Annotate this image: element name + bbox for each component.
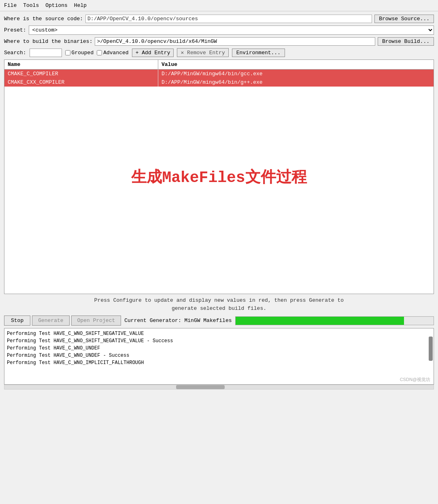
csdn-watermark: CSDN@视觉坊 [400,377,430,383]
advanced-label: Advanced [103,50,128,56]
menubar: File Tools Options Help [0,0,438,11]
progress-bar-fill [236,317,404,325]
grouped-checkbox[interactable] [65,50,70,55]
row-name-1: CMAKE_CXX_COMPILER [4,78,158,87]
horizontal-scrollbar[interactable] [4,385,434,390]
horizontal-scroll-thumb[interactable] [176,385,225,389]
hint-text: Press Configure to update and display ne… [4,296,434,312]
grouped-checkbox-label[interactable]: Grouped [65,50,94,56]
row-value-1: D:/APP/MinGW/mingw64/bin/g++.exe [158,78,434,87]
menu-options[interactable]: Options [45,2,68,8]
advanced-checkbox-label[interactable]: Advanced [97,50,128,56]
build-row: Where to build the binaries: Browse Buil… [4,37,434,46]
log-line: Performing Test HAVE_C_WNO_SHIFT_NEGATIV… [7,330,431,337]
log-line: Performing Test HAVE_C_WNO_IMPLICIT_FALL… [7,359,431,366]
scrollbar[interactable] [429,337,433,361]
preset-label: Preset: [4,27,26,33]
cmake-table: Name Value CMAKE_C_COMPILER D:/APP/MinGW… [4,59,434,294]
current-generator-label: Current Generator: MinGW Makefiles [124,318,232,324]
log-line: Performing Test HAVE_C_WNO_UNDEF - Succe… [7,352,431,359]
search-input[interactable] [30,49,62,57]
generate-button[interactable]: Generate [32,316,69,326]
grouped-label: Grouped [72,50,94,56]
menu-tools[interactable]: Tools [23,2,39,8]
source-input[interactable] [85,15,372,23]
preset-select[interactable]: <custom> [29,25,434,35]
remove-entry-button[interactable]: ✕ Remove Entry [177,48,228,57]
bottom-buttons: Stop Generate Open Project Current Gener… [4,316,434,326]
table-header: Name Value [4,60,434,70]
watermark-text: 生成MakeFiles文件过程 [131,167,306,187]
stop-button[interactable]: Stop [4,316,30,326]
toolbar-row: Search: Grouped Advanced + Add Entry ✕ R… [4,48,434,57]
log-panel[interactable]: Performing Test HAVE_C_WNO_SHIFT_NEGATIV… [4,328,434,385]
progress-bar-container [235,316,434,325]
preset-row: Preset: <custom> [4,25,434,35]
source-label: Where is the source code: [4,16,83,22]
main-panel: Where is the source code: Browse Source.… [0,11,438,393]
col-value-header: Value [158,60,434,69]
browse-build-button[interactable]: Browse Build... [378,37,434,46]
build-label: Where to build the binaries: [4,38,92,44]
build-path-input[interactable] [95,37,375,46]
table-row[interactable]: CMAKE_CXX_COMPILER D:/APP/MinGW/mingw64/… [4,78,434,87]
search-label: Search: [4,50,26,56]
advanced-checkbox[interactable] [97,50,102,55]
row-value-0: D:/APP/MinGW/mingw64/bin/gcc.exe [158,70,434,78]
log-line: Performing Test HAVE_C_WNO_SHIFT_NEGATIV… [7,337,431,345]
menu-file[interactable]: File [4,2,17,8]
open-project-button[interactable]: Open Project [71,316,121,326]
col-name-header: Name [4,60,158,69]
log-line: Performing Test HAVE_C_WNO_UNDEF [7,345,431,352]
environment-button[interactable]: Environment... [232,49,285,57]
row-name-0: CMAKE_C_COMPILER [4,70,158,78]
add-entry-button[interactable]: + Add Entry [132,49,174,57]
browse-source-button[interactable]: Browse Source... [374,15,434,23]
source-row: Where is the source code: Browse Source.… [4,15,434,23]
table-row[interactable]: CMAKE_C_COMPILER D:/APP/MinGW/mingw64/bi… [4,70,434,78]
menu-help[interactable]: Help [74,2,87,8]
